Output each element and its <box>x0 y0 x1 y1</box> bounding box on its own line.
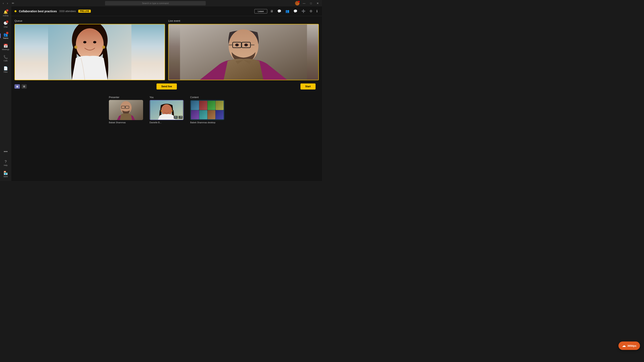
nav-controls: ‹ › <box>2 1 9 5</box>
sidebar-label-meetings: Meetings <box>2 48 10 50</box>
help-icon: ? <box>5 160 7 164</box>
sidebar-item-more[interactable]: ••• <box>1 146 10 157</box>
content-video[interactable] <box>190 100 224 120</box>
live-label: Live event <box>168 19 319 22</box>
svg-point-14 <box>235 44 239 46</box>
more-options-button[interactable]: ℹ <box>315 8 319 14</box>
you-label: You <box>150 96 154 99</box>
queue-video <box>15 24 164 80</box>
send-live-center: Send live <box>156 83 177 89</box>
nav-forward-button[interactable]: › <box>6 1 9 5</box>
meetings-icon: 📅 <box>4 44 8 48</box>
main-content: Collaboration best practices 3333 attend… <box>11 6 322 181</box>
you-name: Danielle B... <box>150 121 162 124</box>
you-video-controls: 📷 🎤 <box>174 116 182 119</box>
content-cell-3 <box>208 101 216 110</box>
leave-button[interactable]: Leave <box>254 9 267 13</box>
title-bar-right: — □ ✕ <box>295 1 320 5</box>
content-cell-2 <box>199 101 207 110</box>
content-cell-5 <box>191 110 199 119</box>
send-live-button[interactable]: Send live <box>156 83 177 89</box>
mic-toggle[interactable]: 🎤 <box>178 116 182 119</box>
sidebar-label-activity: Activity <box>3 15 9 17</box>
add-people-button[interactable]: ➕ <box>300 8 307 14</box>
svg-point-22 <box>161 104 172 116</box>
title-bar-left: ‹ › ✏ <box>2 1 16 5</box>
queue-panel: Queue <box>14 19 165 80</box>
share-screen-button[interactable]: 🖥 <box>269 9 274 14</box>
content-cell-7 <box>208 110 216 119</box>
queue-person-svg <box>15 24 164 80</box>
sidebar-label-calls: Calls <box>4 60 8 62</box>
attendees-count: 3333 attendees <box>59 10 76 13</box>
close-button[interactable]: ✕ <box>315 1 320 5</box>
meeting-controls: Leave 🖥 💬 👥 💬 ➕ ⚙ ℹ <box>254 8 319 14</box>
maximize-button[interactable]: □ <box>308 1 313 5</box>
participant-card-presenter: Presenter <box>109 96 143 181</box>
live-person-svg <box>169 24 318 80</box>
participant-card-content: Content Babek Shammas <box>190 96 224 181</box>
sidebar-bottom: ? Help 🏪 Store <box>1 158 10 179</box>
sidebar-label-chat: Chat <box>4 26 8 28</box>
live-panel: Live event <box>168 19 319 80</box>
meeting-header: Collaboration best practices 3333 attend… <box>11 6 322 16</box>
single-view-button[interactable]: ▣ <box>14 84 20 89</box>
chat-panel-button[interactable]: 💬 <box>276 8 282 14</box>
split-view-button[interactable]: ⊞ <box>22 84 27 89</box>
sidebar-item-activity[interactable]: 🔔 2 Activity <box>1 8 10 18</box>
chat-icon: 💬 1 <box>4 21 8 25</box>
view-controls-left: ▣ ⊞ <box>11 84 27 89</box>
sidebar-item-teams[interactable]: 👥 1 Teams <box>1 30 10 41</box>
nav-back-button[interactable]: ‹ <box>2 1 5 5</box>
sidebar-item-meetings[interactable]: 📅 Meetings <box>1 42 10 52</box>
svg-point-4 <box>93 41 96 43</box>
compose-button[interactable]: ✏ <box>11 1 16 5</box>
svg-point-2 <box>76 28 104 60</box>
calls-icon: 📞 <box>4 55 8 59</box>
content-label: Content <box>190 96 199 99</box>
minimize-button[interactable]: — <box>301 1 307 5</box>
participant-card-you: You <box>150 96 184 181</box>
live-video <box>169 24 318 80</box>
sidebar-label-store: Store <box>4 176 8 178</box>
sidebar-label-help: Help <box>4 164 8 166</box>
content-cell-1 <box>191 101 199 110</box>
meeting-title-area: Collaboration best practices 3333 attend… <box>14 10 254 13</box>
chat-badge: 1 <box>6 20 9 23</box>
app-layout: 🔔 2 Activity 💬 1 Chat 👥 1 Teams 📅 Meetin… <box>0 6 322 181</box>
content-area: Queue <box>11 16 322 181</box>
sidebar-item-store[interactable]: 🏪 Store <box>1 169 10 179</box>
you-video[interactable]: 📷 🎤 <box>150 100 184 120</box>
avatar[interactable] <box>295 1 300 5</box>
presenter-label: Presenter <box>109 96 119 99</box>
content-cell-8 <box>216 110 224 119</box>
svg-point-5 <box>74 45 78 49</box>
presenter-video[interactable] <box>109 100 143 120</box>
svg-point-3 <box>83 41 86 43</box>
start-control-right: Start <box>300 83 322 89</box>
queue-label: Queue <box>14 19 165 22</box>
content-name: Babek Shammas desktop <box>190 121 215 124</box>
content-cell-6 <box>199 110 207 119</box>
live-indicator <box>14 10 16 12</box>
svg-point-24 <box>172 110 173 112</box>
svg-point-6 <box>102 45 105 49</box>
meeting-title: Collaboration best practices <box>19 10 57 13</box>
sidebar-label-files: Files <box>4 71 8 73</box>
camera-toggle[interactable]: 📷 <box>174 116 178 119</box>
presenter-video-svg <box>109 100 143 120</box>
qa-button[interactable]: 💬 <box>292 8 299 14</box>
title-bar: ‹ › ✏ — □ ✕ <box>0 0 322 6</box>
sidebar-item-files[interactable]: 📄 Files <box>1 64 10 75</box>
search-input[interactable] <box>105 1 206 5</box>
sidebar-item-chat[interactable]: 💬 1 Chat <box>1 19 10 30</box>
participants-button[interactable]: 👥 <box>284 8 290 14</box>
start-button[interactable]: Start <box>300 83 316 89</box>
activity-badge: 2 <box>6 9 9 12</box>
files-icon: 📄 <box>4 66 8 71</box>
video-section: Queue <box>11 16 322 83</box>
sidebar-item-help[interactable]: ? Help <box>1 158 10 168</box>
settings-button[interactable]: ⚙ <box>308 8 314 14</box>
sidebar-item-calls[interactable]: 📞 Calls <box>1 53 10 63</box>
sidebar-label-teams: Teams <box>3 37 8 39</box>
